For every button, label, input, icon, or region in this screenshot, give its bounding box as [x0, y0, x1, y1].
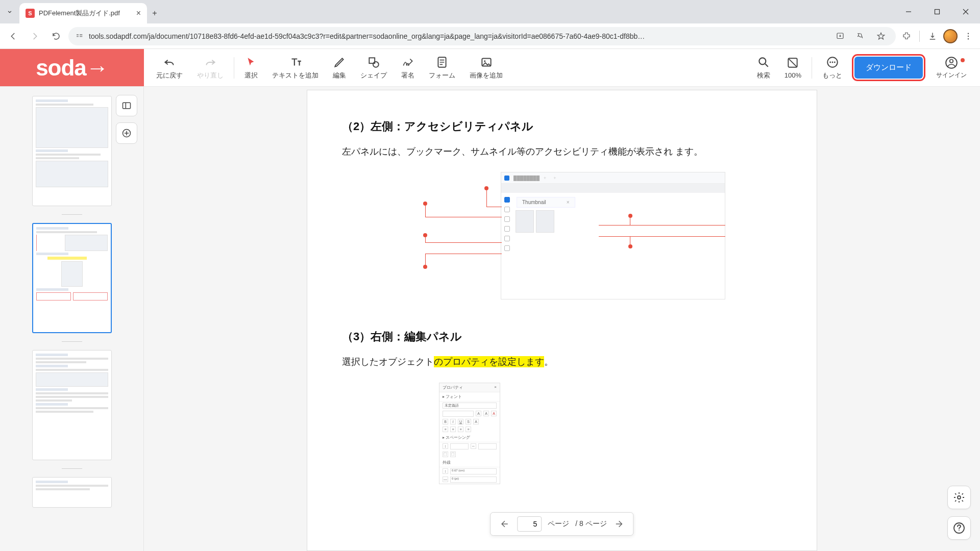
page-thumbnail[interactable] — [32, 96, 112, 206]
settings-button[interactable] — [947, 486, 971, 509]
page-navigator: ページ / 8 ページ — [490, 512, 633, 536]
window-maximize[interactable] — [923, 0, 951, 23]
site-settings-icon[interactable] — [76, 32, 84, 40]
more-tool[interactable]: もっと — [815, 49, 849, 86]
body-text: 選択したオブジェクト — [342, 357, 434, 367]
pencil-icon — [333, 56, 346, 69]
sign-tool[interactable]: 署名 — [394, 49, 422, 86]
url-box[interactable]: tools.sodapdf.com/ja/document/10718e83-8… — [68, 27, 896, 45]
shape-icon — [367, 56, 380, 69]
search-icon — [757, 56, 770, 69]
svg-rect-2 — [77, 34, 79, 35]
more-label: もっと — [822, 71, 842, 80]
page-total: / 8 ページ — [575, 519, 606, 529]
edit-label: 編集 — [333, 71, 346, 80]
svg-point-11 — [373, 61, 379, 67]
soda-toolbar: soda→ 元に戻す やり直し 選択 テキストを追加 編集 シェイプ 署 — [0, 49, 980, 87]
more-icon — [826, 56, 839, 69]
window-close[interactable] — [951, 0, 980, 23]
text-icon — [289, 56, 302, 69]
downloads-icon[interactable] — [925, 29, 940, 44]
browser-menu-icon[interactable] — [961, 29, 976, 44]
document-viewport[interactable]: （2）左側：アクセシビリティパネル 左パネルには、ブックマーク、サムネイル等のア… — [144, 87, 980, 551]
install-app-icon[interactable] — [832, 29, 848, 44]
nav-forward-button[interactable] — [26, 27, 44, 45]
redo-button[interactable]: やり直し — [190, 49, 231, 86]
svg-point-15 — [759, 58, 766, 64]
page-thumbnail[interactable] — [32, 350, 112, 460]
search-label: 検索 — [757, 71, 770, 80]
font-label: フォント — [446, 394, 462, 399]
page-label: ページ — [548, 519, 569, 529]
svg-rect-1 — [935, 10, 940, 14]
svg-point-26 — [958, 496, 961, 499]
bookmark-icon[interactable] — [873, 29, 889, 44]
thumb-separator — [62, 214, 82, 215]
separator — [234, 57, 234, 79]
undo-button[interactable]: 元に戻す — [149, 49, 190, 86]
shape-tool[interactable]: シェイプ — [353, 49, 394, 86]
thumbnail-sidebar — [0, 87, 144, 551]
select-tool[interactable]: 選択 — [237, 49, 265, 86]
add-text-tool[interactable]: テキストを追加 — [265, 49, 326, 86]
svg-point-20 — [834, 61, 835, 63]
form-tool[interactable]: フォーム — [422, 49, 462, 86]
nav-back-button[interactable] — [4, 27, 22, 45]
user-icon — [945, 56, 958, 69]
url-text: tools.sodapdf.com/ja/document/10718e83-8… — [89, 32, 827, 40]
soda-tool-group: 元に戻す やり直し 選択 テキストを追加 編集 シェイプ 署名 フォ — [144, 49, 980, 86]
svg-point-14 — [484, 60, 485, 62]
add-page-button[interactable] — [116, 122, 137, 144]
signin-label: サインイン — [936, 71, 967, 80]
soda-logo[interactable]: soda→ — [0, 49, 144, 86]
separator — [812, 57, 812, 79]
content-area: （2）左側：アクセシビリティパネル 左パネルには、ブックマーク、サムネイル等のア… — [0, 87, 980, 551]
body-text: 。 — [544, 357, 553, 367]
page-thumbnail-selected[interactable] — [32, 223, 112, 333]
prop-header: プロパティ — [443, 385, 463, 390]
cursor-icon — [244, 56, 258, 69]
tab-close-icon[interactable]: × — [136, 9, 141, 18]
search-tool[interactable]: 検索 — [750, 49, 777, 86]
page-thumbnail[interactable] — [32, 477, 112, 508]
font-value: 未定義語 — [443, 403, 497, 409]
redo-label: やり直し — [197, 71, 224, 80]
window-minimize[interactable] — [894, 0, 923, 23]
redo-icon — [204, 56, 217, 69]
download-button[interactable]: ダウンロード — [854, 57, 923, 79]
shape-label: シェイプ — [360, 71, 387, 80]
thumb-separator — [62, 468, 82, 469]
page-number-input[interactable] — [517, 516, 542, 532]
thumbnail-label: Thumbnail — [522, 199, 546, 205]
sign-label: 署名 — [401, 71, 414, 80]
translate-icon[interactable] — [853, 29, 868, 44]
extensions-icon[interactable] — [899, 29, 914, 44]
figure-edit-panel: プロパティ× ▸ フォント 未定義語 AAA BIUSA ≡≡≡≡ ▸ スペーシ… — [439, 383, 782, 484]
image-tool[interactable]: 画像を追加 — [462, 49, 510, 86]
browser-tab[interactable]: S PDFelement製品ガイド.pdf × — [19, 3, 147, 23]
zoom-tool[interactable]: 100% — [777, 49, 808, 86]
text-label: テキストを追加 — [272, 71, 318, 80]
profile-avatar[interactable] — [943, 29, 958, 43]
help-button[interactable] — [947, 516, 971, 540]
tab-title: PDFelement製品ガイド.pdf — [39, 9, 132, 18]
new-tab-button[interactable]: + — [147, 3, 162, 23]
svg-rect-4 — [80, 34, 82, 35]
spacing-label: スペーシング — [446, 435, 470, 440]
undo-label: 元に戻す — [156, 71, 183, 80]
select-label: 選択 — [244, 71, 258, 80]
signin-button[interactable]: サインイン — [928, 49, 975, 86]
signature-icon — [401, 56, 414, 69]
nav-reload-button[interactable] — [47, 27, 65, 45]
figure-accessibility-panel: ████████++ Thumbnail× — [342, 172, 782, 305]
separator — [919, 31, 920, 42]
section-2-heading: （2）左側：アクセシビリティパネル — [342, 119, 782, 134]
toggle-sidebar-button[interactable] — [116, 95, 137, 116]
edit-tool[interactable]: 編集 — [326, 49, 353, 86]
outline-label: 外線 — [439, 458, 500, 467]
tab-search-dropdown[interactable] — [0, 0, 19, 23]
form-label: フォーム — [429, 71, 455, 80]
svg-point-8 — [968, 35, 969, 36]
next-page-button[interactable] — [613, 517, 627, 531]
prev-page-button[interactable] — [497, 517, 511, 531]
